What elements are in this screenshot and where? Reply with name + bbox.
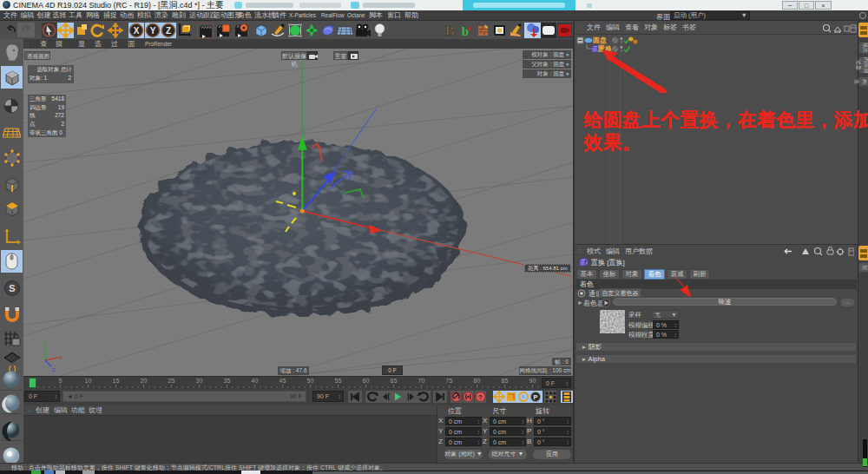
svg-text:Z: Z [52, 367, 56, 372]
svg-text:Y: Y [149, 26, 155, 36]
svg-text:S: S [9, 283, 15, 293]
svg-text:X: X [59, 355, 62, 360]
svg-text:B: B [445, 23, 455, 38]
svg-text:Y: Y [43, 340, 46, 346]
svg-text:?: ? [478, 393, 483, 401]
svg-text:P: P [533, 393, 537, 401]
svg-text:Z: Z [166, 26, 171, 36]
svg-text:X: X [134, 26, 140, 36]
svg-text:b: b [462, 24, 469, 38]
